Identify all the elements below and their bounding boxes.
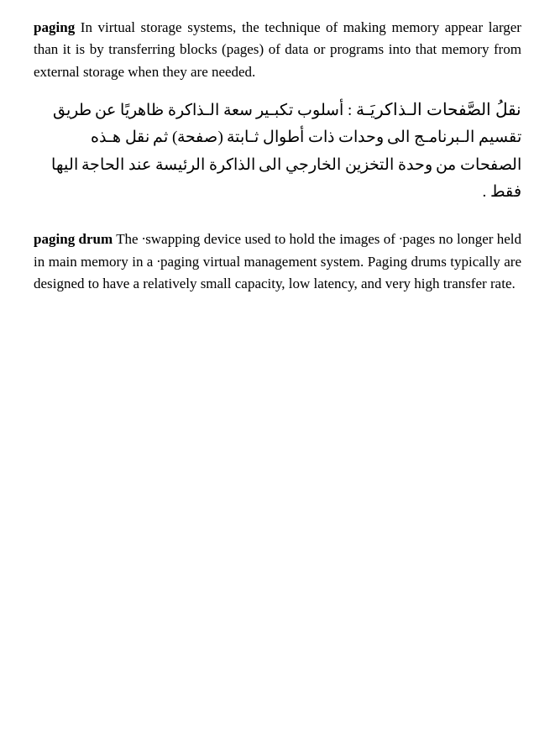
paging-english: paging In virtual storage systems, the t…: [34, 17, 521, 83]
paging-definition-text: In virtual storage systems, the techniqu…: [34, 19, 521, 80]
paging-drum-term: paging drum: [34, 231, 113, 247]
paging-arabic-term: نقلُ الصَّفحات الـذاكريَـة: [356, 100, 521, 118]
paging-arabic: نقلُ الصَّفحات الـذاكريَـة : أسلوب تكبـي…: [34, 95, 521, 205]
entry-paging: paging In virtual storage systems, the t…: [34, 17, 521, 205]
paging-term: paging: [34, 19, 75, 35]
entry-paging-drum: paging drum The ·swapping device used to…: [34, 228, 521, 295]
paging-drum-english: paging drum The ·swapping device used to…: [34, 228, 521, 295]
page-content: paging In virtual storage systems, the t…: [34, 17, 521, 295]
